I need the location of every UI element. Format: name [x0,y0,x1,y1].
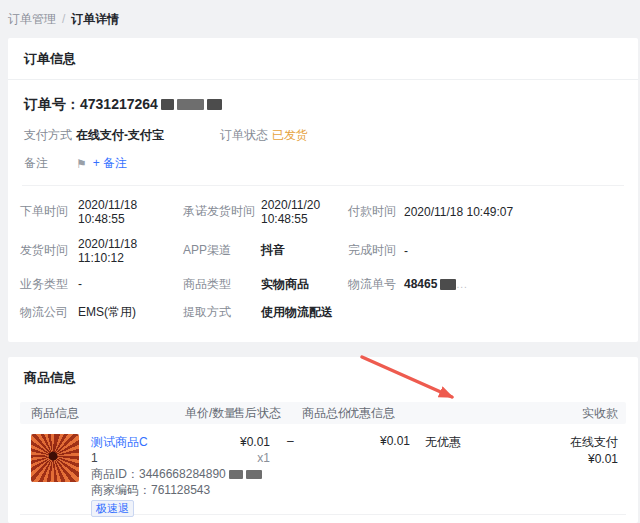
field-value: 抖音 [261,242,285,259]
product-id-value: 3446668284890 [139,467,226,481]
order-info-grid: 下单时间2020/11/18 10:48:55 承诺发货时间2020/11/20… [8,186,638,342]
order-number-value: 4731217264 [80,96,158,112]
product-id-line: 商品ID：3446668284890 [91,466,262,482]
remark-label: 备注 [24,155,76,172]
merchant-code-line: 商家编码：761128543 [91,482,262,498]
field-value: - [404,244,408,258]
field-value: 2020/11/18 10:48:55 [78,198,183,226]
order-detail-page: 订单管理/订单详情 订单信息 订单号：4731217264 支付方式 在线支付-… [0,0,640,523]
field-label: 付款时间 [348,203,404,220]
redacted-text: ... [456,279,467,290]
redacted-text [229,470,243,479]
field-label: 业务类型 [20,276,78,293]
field-value: 2020/11/20 10:48:55 [261,198,348,226]
field-value: - [78,277,82,291]
field-label: 商品类型 [183,276,261,293]
flag-icon: ⚑ [76,157,87,171]
discount-info: 无优惠 [425,434,461,451]
field-value: 实物商品 [261,276,309,293]
field-value: 使用物流配送 [261,304,333,321]
after-sale-status: – [287,434,294,448]
merchant-code-label: 商家编码： [91,483,151,497]
breadcrumb-order-management[interactable]: 订单管理 [8,12,56,26]
breadcrumb: 订单管理/订单详情 [0,0,640,38]
product-info-card: 商品信息 商品信息 单价/数量 售后状态 商品总价 优惠信息 实收款 测试商品C… [8,357,638,523]
order-info-title: 订单信息 [8,38,638,80]
field-label: 承诺发货时间 [183,203,261,220]
received-method: 在线支付 [570,434,618,451]
col-header-after-sale: 售后状态 [233,402,281,424]
product-thumbnail[interactable] [31,434,79,482]
product-table-header: 商品信息 单价/数量 售后状态 商品总价 优惠信息 实收款 [20,402,626,424]
pay-method-label: 支付方式 [24,127,76,144]
field-value: EMS(常用) [78,304,136,321]
field-value: 2020/11/18 11:10:12 [78,237,183,265]
merchant-code-value: 761128543 [151,483,210,497]
order-number-label: 订单号： [24,96,80,112]
field-label: APP渠道 [183,242,261,259]
product-id-label: 商品ID： [91,467,139,481]
col-header-total-price: 商品总价 [302,402,350,424]
col-header-unit-price-qty: 单价/数量 [185,402,236,424]
field-label: 下单时间 [20,203,78,220]
unit-price: ¥0.01 [180,434,270,450]
col-header-product: 商品信息 [31,402,79,424]
field-label: 提取方式 [183,304,261,321]
pay-method-value: 在线支付-支付宝 [76,127,164,144]
col-header-received: 实收款 [582,402,618,424]
redacted-text [246,470,262,479]
order-status-badge: 已发货 [272,127,308,144]
fast-refund-badge: 极速退 [91,500,134,517]
remark-row: 备注 ⚑ + 备注 [8,144,638,185]
field-label: 物流公司 [20,304,78,321]
field-label: 物流单号 [348,276,404,293]
field-label: 发货时间 [20,242,78,259]
field-label: 完成时间 [348,242,404,259]
breadcrumb-separator: / [62,12,65,26]
order-number-row: 订单号：4731217264 [8,80,638,114]
order-status-label: 订单状态 [220,127,272,144]
tracking-number-value: 48465 [404,277,437,291]
add-remark-link[interactable]: + 备注 [93,155,127,172]
unit-count: x1 [180,450,270,466]
total-price: ¥0.01 [330,434,410,448]
redacted-text [177,99,204,110]
field-value: 2020/11/18 10:49:07 [404,205,513,219]
order-info-card: 订单信息 订单号：4731217264 支付方式 在线支付-支付宝 订单状态 已… [8,38,638,342]
redacted-text [440,279,456,290]
product-row: 测试商品C 1 商品ID：3446668284890 商家编码：76112854… [20,424,626,514]
col-header-discount: 优惠信息 [347,402,395,424]
payment-status-row: 支付方式 在线支付-支付宝 订单状态 已发货 [8,114,638,144]
product-info-title: 商品信息 [8,357,638,398]
redacted-text [207,99,222,110]
breadcrumb-order-detail: 订单详情 [71,12,119,26]
redacted-text [161,99,174,110]
received-amount: ¥0.01 [570,451,618,468]
